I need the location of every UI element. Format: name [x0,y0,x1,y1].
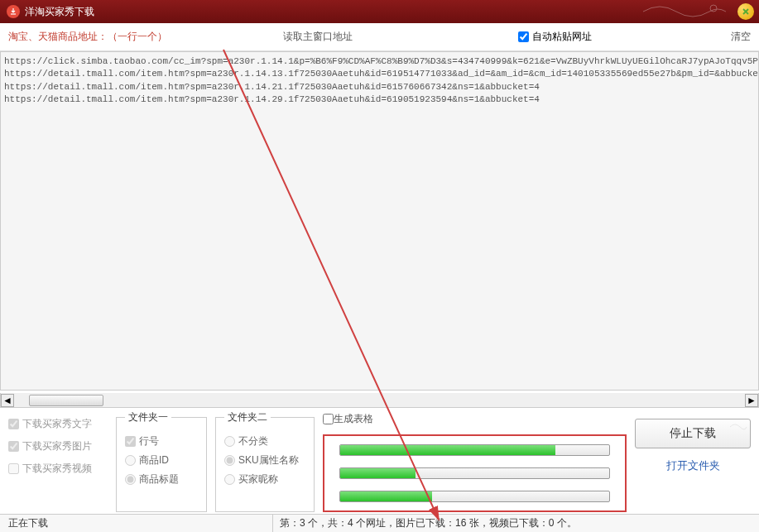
scroll-right-arrow[interactable]: ► [745,394,758,407]
toolbar: 淘宝、天猫商品地址：（一行一个） 读取主窗口地址 自动粘贴网址 清空 [0,23,759,51]
progress-area: 生成表格 [323,410,627,512]
button-decoration-icon [728,421,748,433]
download-text-checkbox[interactable]: 下载买家秀文字 [8,417,108,431]
window-title: 洋淘买家秀下载 [25,5,94,19]
open-folder-link[interactable]: 打开文件夹 [666,458,720,473]
stop-download-button[interactable]: 停止下载 [635,419,751,448]
auto-paste-label: 自动粘贴网址 [532,30,592,44]
horizontal-scrollbar[interactable]: ◄ ► [0,393,759,408]
folder1-productid-radio[interactable]: 商品ID [125,453,198,467]
buttons-column: 停止下载 打开文件夹 [635,410,751,512]
app-icon [7,5,20,18]
status-right: 第：3 个，共：4 个网址，图片已下载：16 张，视频已下载：0 个。 [273,516,584,530]
folder1-title-radio[interactable]: 商品标题 [125,472,198,486]
folder2-legend: 文件夹二 [224,410,271,424]
progress-bar-1 [339,444,610,456]
clear-link[interactable]: 清空 [731,30,751,44]
titlebar-decoration [635,0,734,23]
folder1-rownum-radio[interactable]: 行号 [125,434,198,448]
read-main-window-link[interactable]: 读取主窗口地址 [283,30,353,44]
title-bar: 洋淘买家秀下载 [0,0,759,23]
auto-paste-checkbox[interactable]: 自动粘贴网址 [518,30,592,44]
progress-bar-3 [339,491,610,502]
close-button[interactable] [737,3,754,20]
download-options: 下载买家秀文字 下载买家秀图片 下载买家秀视频 [8,410,108,512]
folder2-sku-radio[interactable]: SKU属性名称 [224,453,305,467]
options-row: 下载买家秀文字 下载买家秀图片 下载买家秀视频 文件夹一 行号 商品ID 商品标… [0,407,759,517]
scroll-left-arrow[interactable]: ◄ [1,394,14,407]
folder2-buyer-radio[interactable]: 买家昵称 [224,472,305,486]
folder2-fieldset: 文件夹二 不分类 SKU属性名称 买家昵称 [215,410,315,512]
address-label: 淘宝、天猫商品地址：（一行一个） [8,30,167,44]
download-video-checkbox[interactable]: 下载买家秀视频 [8,462,108,476]
folder2-nocat-radio[interactable]: 不分类 [224,434,305,448]
scroll-thumb[interactable] [29,395,103,406]
folder1-legend: 文件夹一 [125,410,171,424]
svg-point-0 [710,5,717,12]
progress-bar-2 [339,467,610,479]
url-area: ◄ ► [0,51,759,407]
progress-box [323,434,627,512]
download-image-checkbox[interactable]: 下载买家秀图片 [8,439,108,453]
status-left: 正在下载 [0,515,273,532]
gen-table-checkbox[interactable]: 生成表格 [323,412,627,426]
folder1-fieldset: 文件夹一 行号 商品ID 商品标题 [116,410,207,512]
url-textarea[interactable] [0,51,759,391]
auto-paste-input[interactable] [518,31,529,42]
status-bar: 正在下载 第：3 个，共：4 个网址，图片已下载：16 张，视频已下载：0 个。 [0,514,759,532]
